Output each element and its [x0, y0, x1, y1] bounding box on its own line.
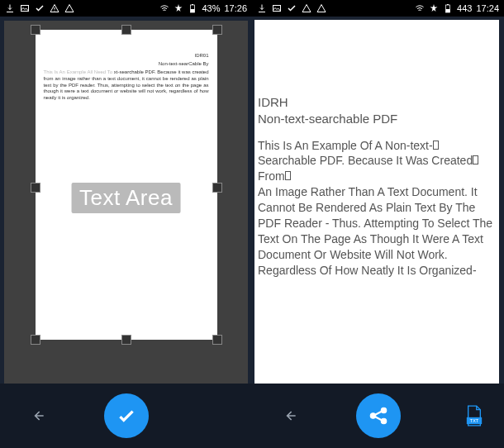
crop-handle-tl[interactable] — [31, 25, 40, 35]
crop-handle-br[interactable] — [212, 335, 222, 345]
doc-header-1: IDR01 — [44, 53, 209, 58]
svg-point-2 — [55, 11, 55, 12]
statusbar-left-icons — [257, 3, 326, 13]
svg-line-14 — [374, 417, 382, 420]
crop-content: IDR01 Non-text-searCable By This Is An E… — [0, 17, 252, 448]
airplane-icon — [429, 3, 439, 13]
doc-header-2: Non-text-searCable By — [44, 61, 209, 66]
text-area-overlay[interactable]: Text Area — [71, 183, 181, 213]
crop-handle-tm[interactable] — [121, 25, 131, 35]
export-txt-button[interactable]: TXT — [463, 404, 486, 427]
wifi-icon — [415, 3, 425, 13]
crop-handle-mr[interactable] — [212, 183, 222, 193]
battery-percent: 443 — [457, 3, 472, 13]
txt-file-icon: TXT — [465, 405, 483, 427]
checkmark-icon — [287, 3, 297, 13]
bottombar-right: TXT — [252, 384, 504, 448]
crop-handle-bm[interactable] — [121, 335, 131, 345]
checkmark-icon — [116, 405, 137, 427]
download-icon — [257, 3, 267, 13]
airplane-icon — [174, 3, 183, 13]
battery-percent: 43% — [202, 3, 220, 13]
checkmark-icon — [35, 3, 45, 13]
battery-icon — [188, 3, 197, 13]
warning2-icon — [64, 3, 74, 13]
crop-handle-tr[interactable] — [212, 25, 222, 35]
arrow-left-icon — [30, 407, 46, 424]
svg-line-13 — [374, 412, 382, 415]
doc-body: This Is An Example All Need To xt-search… — [44, 69, 209, 102]
result-content: IDRH Non-text-searchable PDF This Is An … — [252, 17, 504, 448]
back-button[interactable] — [25, 403, 51, 429]
result-title: IDRH — [258, 94, 496, 111]
arrow-left-icon — [282, 407, 298, 424]
statusbar-right-icons: 43% 17:26 — [159, 3, 247, 13]
crop-background: IDR01 Non-text-searCable By This Is An E… — [4, 21, 248, 403]
battery-icon — [443, 3, 453, 13]
clock: 17:26 — [224, 3, 247, 13]
result-subtitle: Non-text-searchable PDF — [258, 111, 496, 127]
clock: 17:24 — [476, 3, 499, 13]
screen-result: 443 17:24 IDRH Non-text-searchable PDF T… — [252, 0, 504, 448]
crop-handle-ml[interactable] — [31, 183, 40, 193]
screen-crop: 43% 17:26 IDR01 Non-text-searCable By Th… — [0, 0, 252, 448]
svg-rect-4 — [191, 9, 195, 12]
svg-text:TXT: TXT — [470, 418, 479, 423]
result-para: This Is An Example Of A Non-text- Search… — [258, 138, 496, 279]
svg-rect-5 — [192, 4, 193, 5]
image-icon — [20, 3, 30, 13]
statusbar-right-icons: 443 17:24 — [415, 3, 499, 13]
share-icon — [368, 405, 389, 427]
crop-frame[interactable]: IDR01 Non-text-searCable By This Is An E… — [31, 26, 221, 350]
bottombar-left — [0, 384, 252, 448]
image-icon — [272, 3, 282, 13]
svg-rect-9 — [447, 4, 449, 5]
ocr-result-text[interactable]: IDRH Non-text-searchable PDF This Is An … — [254, 20, 499, 400]
share-button[interactable] — [356, 393, 401, 438]
statusbar-left-icons — [5, 3, 74, 13]
warning2-icon — [316, 3, 326, 13]
crop-handle-bl[interactable] — [31, 335, 40, 345]
statusbar-left: 43% 17:26 — [0, 0, 252, 17]
warning-icon — [50, 3, 59, 13]
back-button[interactable] — [277, 403, 303, 429]
download-icon — [5, 3, 15, 13]
statusbar-right: 443 17:24 — [252, 0, 504, 17]
confirm-button[interactable] — [104, 393, 149, 438]
warning-icon — [302, 3, 311, 13]
wifi-icon — [159, 3, 169, 13]
svg-rect-8 — [446, 9, 450, 12]
